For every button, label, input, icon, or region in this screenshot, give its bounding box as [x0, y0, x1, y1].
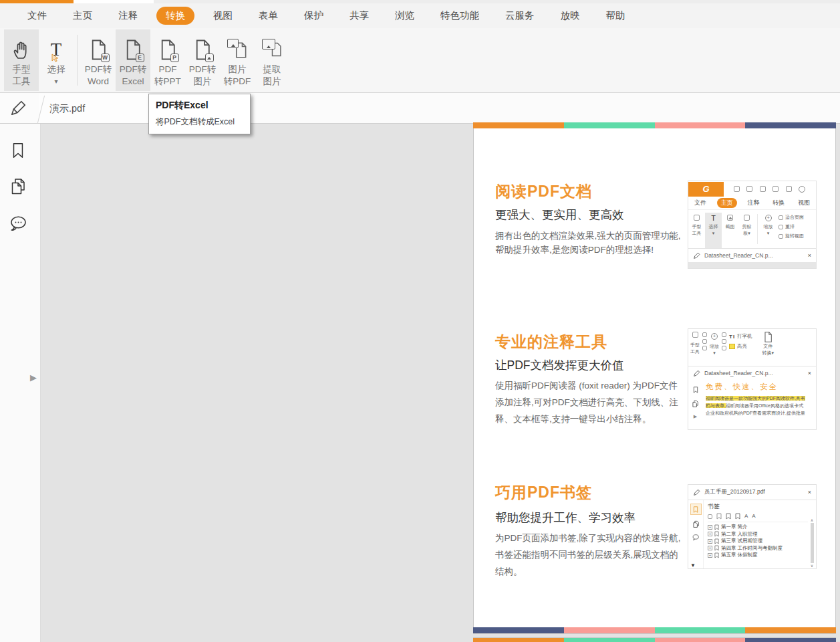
mini-annot-toolbar: 手型工具 +缩放▾ TI打字机 高亮 文件转换▾ — [688, 329, 816, 366]
image-to-pdf-button[interactable]: 图片 转PDF — [220, 29, 255, 91]
section3-body: 为PDF页面添加书签,除了实现内容的快速导航,书签还能指明不同书签的层级关系,展… — [495, 530, 686, 580]
pdf-to-word-button[interactable]: W PDF转 Word — [81, 29, 116, 91]
document-workspace: ▶ 阅读PDF文档 更强大、更实用、更高效 拥有出色的文档渲染效果,强大的页面管… — [0, 124, 840, 642]
mini-sidebar: ▶ — [688, 380, 702, 430]
pencil-icon — [693, 252, 700, 259]
collapse-triangle-icon: ▼ — [690, 562, 696, 568]
comment-icon — [9, 214, 27, 233]
pdf-to-ppt-button[interactable]: P PDF 转PPT — [150, 29, 185, 91]
menu-browse[interactable]: 浏览 — [395, 9, 414, 22]
pdf-to-image-button[interactable]: PDF转 图片 — [185, 29, 220, 91]
pencil-icon — [9, 100, 27, 117]
section3-subtitle: 帮助您提升工作、学习效率 — [495, 510, 636, 526]
menu-home[interactable]: 主页 — [73, 9, 92, 22]
menu-file[interactable]: 文件 — [27, 9, 47, 22]
close-icon: × — [808, 370, 811, 377]
document-tab-title: 演示.pdf — [49, 102, 85, 115]
pages-icon — [692, 400, 699, 408]
tooltip-title: PDF转Excel — [156, 100, 243, 112]
page-bottom-stripe — [473, 627, 836, 633]
menu-convert-active[interactable]: 转换 — [156, 7, 194, 25]
menu-present[interactable]: 放映 — [561, 9, 580, 22]
pdf-page-1: 阅读PDF文档 更强大、更实用、更高效 拥有出色的文档渲染效果,强大的页面管理功… — [473, 122, 836, 634]
pdf-to-word-label-2: Word — [88, 76, 109, 88]
pencil-icon — [693, 370, 700, 377]
mini-document-tab: 员工手册_20120917.pdf × — [688, 485, 816, 500]
select-text-icon: T — [51, 35, 62, 64]
select-tool-label: 选择 — [47, 64, 65, 76]
open-icon — [734, 186, 740, 192]
bookmark-icon — [692, 386, 699, 394]
pdf-to-excel-icon: E — [125, 35, 142, 64]
section1-title: 阅读PDF文档 — [495, 181, 592, 202]
annotate-pencil-button[interactable] — [7, 98, 29, 118]
print-icon — [760, 186, 766, 192]
hand-icon — [11, 35, 31, 64]
sidebar-expand-handle[interactable]: ▶ — [30, 372, 37, 383]
extract-image-icon — [262, 35, 282, 64]
mail-icon — [773, 186, 779, 192]
hand-tool-label-1: 手型 — [13, 64, 31, 76]
mini-scrollbar: ∧ ∨ — [809, 518, 815, 568]
close-icon: × — [808, 252, 811, 259]
menu-protect[interactable]: 保护 — [304, 9, 323, 22]
pages-panel-button[interactable] — [7, 176, 29, 197]
pdf-to-image-icon — [194, 35, 211, 64]
pdf-to-word-icon: W — [90, 35, 107, 64]
pdf-to-image-label-1: PDF转 — [189, 64, 217, 76]
mini-menubar: 文件 主页 注释 转换 视图 — [688, 197, 816, 209]
pdf-page-2 — [473, 637, 836, 642]
menu-form[interactable]: 表单 — [259, 9, 278, 22]
mini-sidebar: ▼ — [688, 500, 704, 569]
page-top-stripe — [473, 122, 836, 128]
document-tab-bar: 演示.pdf — [0, 93, 840, 124]
pages-icon — [9, 177, 27, 196]
bookmark-icon — [10, 142, 26, 159]
hand-tool-button[interactable]: 手型 工具 — [4, 29, 39, 91]
scroll-up-icon: ∧ — [811, 518, 813, 522]
pdf-to-word-label-1: PDF转 — [85, 64, 112, 76]
foxit-logo-icon: G — [688, 182, 724, 197]
menu-help[interactable]: 帮助 — [606, 9, 625, 22]
pdf-to-excel-button[interactable]: E PDF转 Excel — [116, 29, 150, 91]
extract-image-button[interactable]: 提取 图片 — [255, 29, 289, 91]
extract-image-label-1: 提取 — [263, 64, 281, 76]
pdf-to-ppt-label-1: PDF — [159, 64, 177, 76]
menu-share[interactable]: 共享 — [349, 9, 369, 22]
section2-title: 专业的注释工具 — [495, 332, 607, 352]
menu-view[interactable]: 视图 — [213, 9, 233, 22]
menu-cloud[interactable]: 云服务 — [505, 9, 535, 22]
image-to-pdf-label-2: 转PDF — [224, 76, 251, 88]
page2-top-stripe — [473, 638, 836, 642]
pdf-to-ppt-icon: P — [160, 35, 176, 64]
image-to-pdf-label-1: 图片 — [229, 64, 247, 76]
pdf-to-ppt-label-2: 转PPT — [154, 76, 181, 88]
ribbon-menubar: 文件 主页 注释 转换 视图 表单 保护 共享 浏览 特色功能 云服务 放映 帮… — [0, 3, 840, 28]
select-dropdown-icon: ▾ — [54, 76, 57, 88]
section1-subtitle: 更强大、更实用、更高效 — [495, 207, 624, 223]
reader-screenshot-thumbnail: G 文件 主页 注释 转换 视图 手型工具 T选择▾ — [688, 181, 817, 269]
section2-body: 使用福昕PDF阅读器 (foxit reader) 为PDF文件添加注释,可对P… — [495, 377, 686, 427]
image-to-pdf-icon — [227, 35, 247, 64]
mini-document-tab: Datasheet_Reader_CN.p... × — [688, 366, 816, 380]
section3-title: 巧用PDF书签 — [495, 482, 592, 503]
convert-ribbon-toolbar: 手型 工具 T 选择 ▾ W PDF转 Word E PDF转 — [0, 28, 840, 93]
comment-icon — [692, 534, 700, 541]
undo-icon — [799, 186, 805, 193]
extract-image-label-2: 图片 — [263, 76, 281, 88]
menu-comment[interactable]: 注释 — [118, 9, 138, 22]
mini-document-tab: Datasheet_Reader_CN.p... × — [688, 248, 816, 262]
bookmarks-panel-button[interactable] — [7, 140, 29, 161]
annotation-screenshot-thumbnail: 手型工具 +缩放▾ TI打字机 高亮 文件转换▾ Datasheet_Reade… — [688, 328, 817, 430]
doc-icon — [786, 186, 792, 192]
menu-features[interactable]: 特色功能 — [440, 9, 479, 22]
section1-body: 拥有出色的文档渲染效果,强大的页面管理功能,帮助提升效率,是您阅读PDF的理想选… — [495, 229, 686, 257]
select-tool-button[interactable]: T 选择 ▾ — [39, 29, 74, 91]
mini-doc-heading: 免费、快速、安全 — [706, 382, 814, 392]
chevron-right-icon: ▶ — [694, 414, 697, 419]
pencil-icon — [693, 489, 700, 496]
comments-panel-button[interactable] — [7, 213, 29, 234]
toolbar-separator — [77, 35, 78, 86]
mini-bookmark-panel: 书签 A A +第一章 简介 +第二章 入职管理 +第三章 试用期管理 +第四章… — [704, 500, 816, 569]
pages-icon — [692, 520, 700, 528]
